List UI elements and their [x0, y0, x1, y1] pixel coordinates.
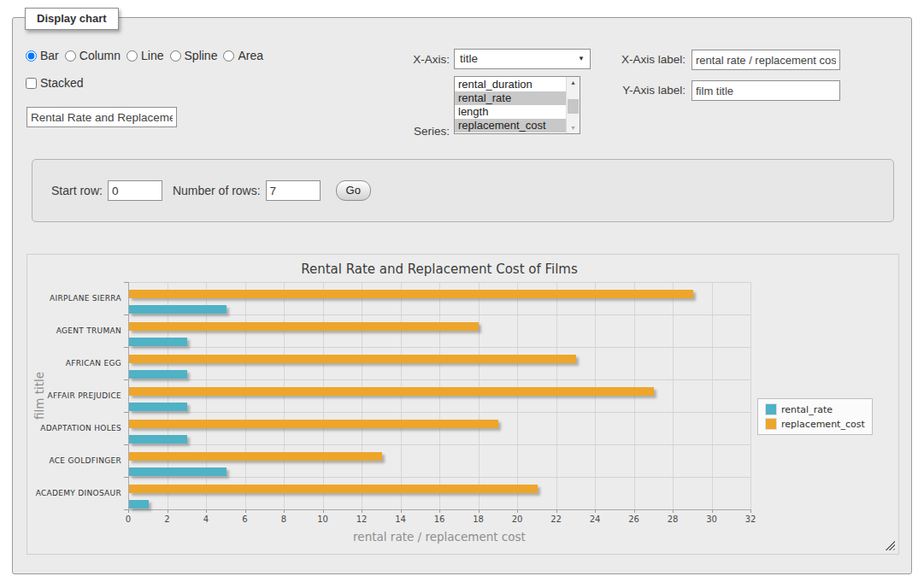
x-tick-label: 12 [349, 514, 374, 524]
scrollbar-thumb[interactable] [568, 99, 579, 114]
category-label: AIRPLANE SIERRA [27, 282, 121, 315]
grid-line-vertical [517, 282, 518, 509]
grid-line-horizontal [128, 379, 750, 380]
grid-line-vertical [362, 282, 362, 509]
radio-bar[interactable] [26, 50, 37, 62]
chart-type-option-spline[interactable]: Spline [170, 49, 218, 62]
series-options: rental_durationrental_ratelengthreplacem… [455, 77, 566, 133]
radio-label: Bar [40, 49, 59, 62]
x-tick-label: 32 [738, 514, 763, 524]
radio-column[interactable] [65, 50, 76, 62]
grid-line-horizontal [128, 412, 750, 413]
number-of-rows-input[interactable] [266, 180, 321, 201]
chart-type-radios: BarColumnLineSplineArea [26, 49, 269, 62]
series-option-rental_rate[interactable]: rental_rate [455, 91, 566, 105]
bar-rental_rate [129, 305, 227, 314]
series-option-replacement_cost[interactable]: replacement_cost [455, 119, 566, 132]
row-controls-panel: Start row: Number of rows: Go [32, 159, 894, 222]
grid-line-horizontal [128, 444, 750, 445]
x-axis-label-input[interactable] [692, 50, 840, 70]
scrollbar-down-icon[interactable]: ▼ [567, 122, 580, 133]
legend-item: rental_rate [765, 403, 865, 415]
x-tick-label: 4 [193, 514, 219, 524]
bar-rental_rate [129, 500, 149, 509]
radio-area[interactable] [223, 50, 234, 62]
bar-rental_rate [129, 370, 187, 379]
y-axis-label-input[interactable] [692, 80, 840, 101]
grid-line-horizontal [128, 347, 750, 348]
x-axis-title: rental rate / replacement cost [128, 530, 750, 544]
stacked-row: Stacked [26, 76, 84, 90]
grid-line-vertical [323, 282, 324, 509]
category-label: ADAPTATION HOLES [27, 412, 121, 444]
legend-item: replacement_cost [765, 418, 865, 430]
grid-line-vertical [712, 282, 713, 509]
x-tick-label: 16 [427, 514, 452, 524]
x-tick-label: 24 [582, 514, 608, 524]
x-tick-label: 10 [310, 514, 336, 524]
radio-line[interactable] [127, 50, 138, 62]
category-label: ACADEMY DINOSAUR [27, 477, 121, 509]
x-tick-label: 0 [115, 514, 141, 524]
grid-line-vertical [750, 282, 751, 509]
x-axis-select[interactable]: title ▼ [454, 49, 591, 69]
category-label: AFRICAN EGG [27, 347, 121, 379]
legend-label: replacement_cost [781, 419, 865, 430]
x-tick-label: 20 [504, 514, 530, 524]
chart: Rental Rate and Replacement Cost of Film… [26, 254, 899, 555]
chart-title-input[interactable] [26, 107, 177, 127]
grid-line-horizontal [128, 315, 750, 315]
grid-line-vertical [401, 282, 402, 509]
select-dropdown-arrow-icon: ▼ [578, 50, 585, 68]
stacked-checkbox[interactable] [26, 78, 37, 89]
x-axis-line [128, 509, 751, 510]
radio-label: Area [238, 49, 263, 62]
grid-line-vertical [245, 282, 246, 509]
grid-line-horizontal [128, 282, 750, 283]
legend-swatch [765, 403, 777, 415]
x-tick-label: 14 [388, 514, 414, 524]
chart-type-option-line[interactable]: Line [127, 49, 163, 62]
bar-rental_rate [129, 435, 187, 444]
bar-replacement_cost [129, 355, 576, 363]
radio-spline[interactable] [170, 50, 181, 62]
bar-replacement_cost [129, 322, 479, 331]
stacked-label: Stacked [40, 76, 84, 90]
legend-label: rental_rate [781, 404, 833, 415]
series-listbox[interactable]: rental_durationrental_ratelengthreplacem… [454, 76, 580, 134]
bar-replacement_cost [129, 290, 693, 298]
x-axis-select-value: title [460, 52, 478, 65]
go-button[interactable]: Go [336, 180, 371, 201]
legend-swatch [765, 418, 777, 430]
bar-rental_rate [129, 467, 227, 476]
x-tick-label: 2 [155, 514, 180, 524]
series-option-rental_duration[interactable]: rental_duration [455, 78, 566, 91]
grid-line-horizontal [128, 477, 750, 478]
x-axis-select-label: X-Axis: [373, 53, 450, 66]
chart-type-option-column[interactable]: Column [65, 49, 121, 62]
chart-type-option-bar[interactable]: Bar [26, 49, 59, 62]
x-tick-label: 30 [699, 514, 725, 524]
display-chart-panel: Display chart BarColumnLineSplineArea St… [12, 17, 912, 574]
series-option-length[interactable]: length [455, 105, 566, 119]
x-tick-label: 18 [466, 514, 491, 524]
category-label: AGENT TRUMAN [27, 315, 121, 347]
series-label: Series: [373, 125, 450, 138]
chart-type-option-area[interactable]: Area [223, 49, 263, 62]
category-label: ACE GOLDFINGER [27, 444, 121, 477]
radio-label: Spline [185, 49, 218, 62]
legend: rental_ratereplacement_cost [757, 398, 873, 435]
grid-line-vertical [284, 282, 285, 509]
x-tick-label: 8 [271, 514, 297, 524]
y-axis-label-caption: Y-Axis label: [603, 84, 686, 97]
grid-line-vertical [556, 282, 557, 509]
grid-line-vertical [479, 282, 480, 509]
resize-handle-icon[interactable] [885, 540, 895, 550]
x-tick-label: 6 [232, 514, 258, 524]
listbox-scrollbar[interactable]: ▲ ▼ [566, 77, 580, 133]
scrollbar-up-icon[interactable]: ▲ [567, 77, 580, 88]
bar-rental_rate [129, 403, 187, 411]
grid-line-vertical [634, 282, 635, 509]
chart-title: Rental Rate and Replacement Cost of Film… [128, 262, 750, 277]
start-row-input[interactable] [108, 180, 162, 201]
